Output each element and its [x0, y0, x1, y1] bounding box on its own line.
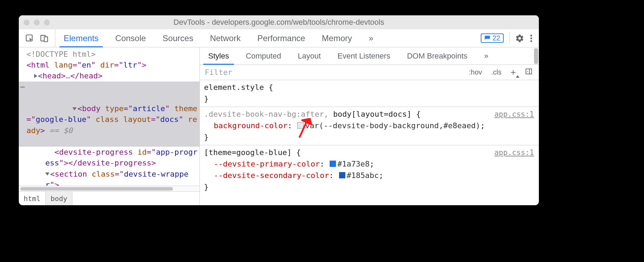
svg-point-3	[531, 34, 532, 36]
dom-doctype[interactable]: <!DOCTYPE html>	[19, 49, 199, 60]
cls-toggle[interactable]: .cls	[489, 68, 504, 76]
breadcrumb-body[interactable]: body	[46, 192, 72, 205]
styles-filter-input[interactable]	[200, 65, 463, 80]
styles-rules-list: element.style { } app.css:1 .devsite-boo…	[200, 80, 539, 205]
message-icon	[484, 35, 490, 41]
dom-body-selected[interactable]: ⋯ <body type="article" theme="google-blu…	[19, 82, 199, 147]
styles-pane: Styles Computed Layout Event Listeners D…	[200, 47, 539, 205]
dom-head[interactable]: <head>…</head>	[19, 70, 199, 81]
tab-sources[interactable]: Sources	[154, 29, 202, 47]
body-split: <!DOCTYPE html> <html lang="en" dir="ltr…	[19, 47, 539, 205]
rule-theme-google-blue[interactable]: app.css:1 [theme=google-blue] { --devsit…	[200, 145, 539, 195]
tab-network[interactable]: Network	[202, 29, 249, 47]
prop-primary-color[interactable]: --devsite-primary-color: #1a73e8;	[204, 158, 535, 170]
color-swatch-icon[interactable]	[297, 122, 304, 129]
dom-tree[interactable]: <!DOCTYPE html> <html lang="en" dir="ltr…	[19, 47, 199, 186]
message-count: 22	[493, 34, 500, 42]
dom-devsite-progress[interactable]: <devsite-progress id="app-progress"></de…	[19, 147, 199, 168]
breadcrumb-html[interactable]: html	[19, 192, 46, 205]
svg-point-4	[531, 37, 532, 39]
console-message-badge[interactable]: 22	[481, 33, 504, 43]
tab-elements[interactable]: Elements	[55, 29, 107, 47]
vertical-scrollbar-thumb[interactable]	[534, 48, 538, 64]
elements-dom-pane: <!DOCTYPE html> <html lang="en" dir="ltr…	[19, 47, 200, 205]
dom-section[interactable]: <section class="devsite-wrapper">	[19, 169, 199, 186]
color-swatch-icon[interactable]	[339, 172, 345, 178]
subtab-event-listeners[interactable]: Event Listeners	[329, 47, 399, 64]
selector-dim: .devsite-book-nav-bg:after,	[204, 110, 333, 118]
device-toolbar-icon[interactable]	[40, 34, 49, 43]
tab-console[interactable]: Console	[107, 29, 154, 47]
inspect-element-icon[interactable]	[25, 34, 34, 43]
source-link[interactable]: app.css:1	[494, 109, 534, 120]
source-link[interactable]: app.css:1	[494, 147, 534, 159]
tab-performance[interactable]: Performance	[249, 29, 313, 47]
mac-titlebar: DevTools - developers.google.com/web/too…	[19, 15, 539, 29]
separator	[509, 32, 510, 44]
selector-main: body[layout=docs]	[333, 110, 411, 118]
prop-secondary-color[interactable]: --devsite-secondary-color: #185abc;	[204, 170, 535, 181]
breadcrumb: html body	[19, 191, 199, 205]
settings-icon[interactable]	[515, 34, 524, 43]
collapse-triangle-icon[interactable]	[72, 107, 77, 110]
main-toolbar: Elements Console Sources Network Perform…	[19, 29, 539, 47]
kebab-menu-icon[interactable]	[530, 34, 533, 43]
dom-html-open[interactable]: <html lang="en" dir="ltr">	[19, 60, 199, 70]
svg-point-5	[531, 40, 532, 42]
devtools-window: DevTools - developers.google.com/web/too…	[19, 15, 539, 205]
rule-element-style[interactable]: element.style { }	[200, 80, 539, 107]
svg-rect-2	[44, 37, 48, 41]
expand-triangle-icon[interactable]	[34, 74, 37, 78]
subtab-styles[interactable]: Styles	[200, 47, 237, 64]
scrollbar-thumb[interactable]	[20, 187, 173, 191]
tab-overflow-icon[interactable]: »	[360, 29, 382, 47]
window-title: DevTools - developers.google.com/web/too…	[19, 18, 539, 27]
subtab-dom-breakpoints[interactable]: DOM Breakpoints	[399, 47, 476, 64]
styles-subtabs: Styles Computed Layout Event Listeners D…	[200, 47, 539, 65]
subtab-computed[interactable]: Computed	[237, 47, 290, 64]
subtab-layout[interactable]: Layout	[289, 47, 329, 64]
color-swatch-icon[interactable]	[330, 161, 336, 167]
prop-background-color[interactable]: background-color: var(--devsite-body-bac…	[204, 120, 535, 131]
styles-filter-bar: :hov .cls +	[200, 65, 539, 80]
horizontal-scrollbar[interactable]	[19, 186, 199, 191]
new-style-rule-button[interactable]: +	[509, 67, 518, 78]
selector-text: element.style {	[204, 83, 273, 92]
tab-memory[interactable]: Memory	[314, 29, 361, 47]
selected-gutter-icon: ⋯	[20, 82, 24, 92]
svg-rect-6	[526, 69, 532, 74]
subtab-overflow-icon[interactable]: »	[476, 47, 497, 64]
toggle-sidebar-icon[interactable]	[523, 68, 535, 77]
collapse-triangle-icon[interactable]	[45, 172, 49, 176]
panel-tabs: Elements Console Sources Network Perform…	[55, 29, 382, 47]
selector-text: [theme=google-blue]	[204, 148, 292, 157]
hov-toggle[interactable]: :hov	[467, 68, 484, 76]
rule-body-layout-docs[interactable]: app.css:1 .devsite-book-nav-bg:after, bo…	[200, 107, 539, 145]
